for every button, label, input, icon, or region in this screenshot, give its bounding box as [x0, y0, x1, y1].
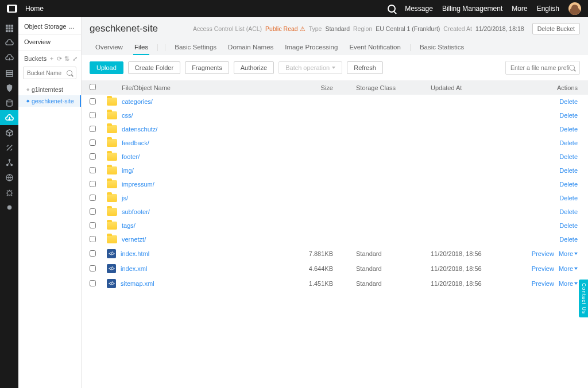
avatar[interactable] — [568, 2, 581, 15]
nav-more[interactable]: More — [512, 5, 527, 13]
refresh-button[interactable]: Refresh — [347, 61, 383, 74]
rail-bug-icon[interactable] — [0, 185, 18, 200]
select-all-checkbox[interactable] — [90, 84, 96, 90]
authorize-button[interactable]: Authorize — [234, 61, 274, 74]
home-link[interactable]: Home — [25, 5, 44, 13]
delete-link[interactable]: Delete — [559, 153, 578, 160]
object-link[interactable]: categories/ — [122, 98, 153, 105]
tab-domain-names[interactable]: Domain Names — [222, 40, 279, 55]
table-row: img/Delete — [82, 164, 588, 177]
object-link[interactable]: datenschutz/ — [122, 126, 157, 133]
tab-files[interactable]: Files — [129, 40, 154, 55]
row-checkbox[interactable] — [90, 250, 96, 257]
cell-actions: Delete — [517, 139, 580, 146]
fragments-button[interactable]: Fragments — [185, 61, 229, 74]
bucket-search[interactable] — [23, 67, 76, 79]
row-checkbox[interactable] — [90, 153, 96, 160]
row-checkbox[interactable] — [90, 112, 96, 118]
upload-button[interactable]: Upload — [90, 61, 123, 74]
row-checkbox[interactable] — [90, 167, 96, 173]
object-link[interactable]: js/ — [122, 195, 128, 201]
preview-link[interactable]: Preview — [532, 265, 554, 272]
object-link[interactable]: css/ — [122, 112, 133, 119]
object-link[interactable]: vernetzt/ — [122, 236, 146, 243]
tab-event-notification[interactable]: Event Notification — [343, 40, 407, 55]
object-link[interactable]: index.html — [121, 250, 149, 257]
delete-link[interactable]: Delete — [559, 222, 578, 229]
more-link[interactable]: More — [559, 265, 578, 272]
object-link[interactable]: impressum/ — [122, 181, 154, 188]
delete-link[interactable]: Delete — [559, 208, 578, 215]
preview-link[interactable]: Preview — [532, 250, 554, 257]
tab-basic-statistics[interactable]: Basic Statistics — [414, 40, 470, 55]
cell-size: 1.451KB — [281, 280, 356, 287]
rail-dot-icon[interactable] — [0, 200, 18, 215]
rail-globe-icon[interactable] — [0, 170, 18, 185]
preview-link[interactable]: Preview — [532, 280, 554, 287]
object-link[interactable]: subfooter/ — [122, 208, 150, 215]
object-link[interactable]: tags/ — [122, 222, 136, 229]
object-link[interactable]: index.xml — [121, 265, 147, 272]
object-link[interactable]: feedback/ — [122, 139, 149, 146]
delete-link[interactable]: Delete — [559, 98, 578, 105]
row-checkbox[interactable] — [90, 98, 96, 104]
create-folder-button[interactable]: Create Folder — [128, 61, 180, 74]
row-checkbox[interactable] — [90, 236, 96, 242]
folder-icon — [107, 166, 117, 174]
row-checkbox[interactable] — [90, 222, 96, 228]
rail-storage-icon[interactable] — [0, 110, 18, 125]
row-checkbox[interactable] — [90, 181, 96, 187]
file-filter-input[interactable] — [510, 64, 569, 71]
row-checkbox[interactable] — [90, 195, 96, 201]
tab-image-processing[interactable]: Image Processing — [279, 40, 343, 55]
delete-bucket-button[interactable]: Delete Bucket — [532, 23, 580, 34]
delete-link[interactable]: Delete — [559, 181, 578, 188]
nav-language[interactable]: English — [537, 5, 559, 13]
rail-apps-icon[interactable] — [0, 21, 18, 36]
refresh-buckets-icon[interactable]: ⟳ — [57, 56, 62, 62]
delete-link[interactable]: Delete — [559, 126, 578, 133]
more-link[interactable]: More — [559, 250, 578, 257]
rail-cloud2-icon[interactable] — [0, 51, 18, 65]
object-link[interactable]: sitemap.xml — [121, 280, 154, 287]
tab-overview[interactable]: Overview — [90, 40, 129, 55]
add-bucket-icon[interactable]: + — [49, 56, 54, 62]
delete-link[interactable]: Delete — [559, 236, 578, 243]
rail-box-icon[interactable] — [0, 125, 18, 140]
sidebar-bucket-item[interactable]: g1interntest — [18, 84, 81, 95]
col-storage-class: Storage Class — [356, 84, 431, 91]
object-link[interactable]: footer/ — [122, 153, 140, 160]
more-link[interactable]: More — [559, 280, 578, 287]
expand-buckets-icon[interactable]: ⤢ — [72, 56, 78, 62]
folder-icon — [107, 111, 117, 119]
row-checkbox[interactable] — [90, 280, 96, 286]
contact-us-tab[interactable]: Contact Us — [579, 280, 588, 318]
bucket-search-input[interactable] — [27, 70, 67, 76]
delete-link[interactable]: Delete — [559, 167, 578, 174]
rail-stack-icon[interactable] — [0, 65, 18, 80]
rail-cloud-icon[interactable] — [0, 36, 18, 51]
rail-db-icon[interactable] — [0, 95, 18, 110]
row-checkbox[interactable] — [90, 208, 96, 215]
delete-link[interactable]: Delete — [559, 195, 578, 201]
nav-billing[interactable]: Billing Management — [442, 5, 502, 13]
row-checkbox[interactable] — [90, 126, 96, 132]
nav-message[interactable]: Message — [405, 5, 433, 13]
sidebar-overview[interactable]: Overview — [18, 34, 81, 51]
svg-rect-1 — [8, 24, 10, 26]
delete-link[interactable]: Delete — [559, 112, 578, 119]
col-actions: Actions — [517, 84, 580, 91]
sort-buckets-icon[interactable]: ⇅ — [64, 56, 69, 62]
brand-logo[interactable] — [7, 5, 17, 13]
row-checkbox[interactable] — [90, 139, 96, 146]
sidebar-bucket-item[interactable]: geschkenet-site — [18, 95, 81, 107]
rail-nodes-icon[interactable] — [0, 155, 18, 170]
search-icon[interactable] — [388, 5, 396, 13]
rail-tools-icon[interactable] — [0, 140, 18, 155]
tab-basic-settings[interactable]: Basic Settings — [169, 40, 222, 55]
rail-shield-icon[interactable] — [0, 80, 18, 95]
file-filter[interactable] — [505, 61, 580, 75]
delete-link[interactable]: Delete — [559, 139, 578, 146]
object-link[interactable]: img/ — [122, 167, 134, 174]
row-checkbox[interactable] — [90, 265, 96, 271]
